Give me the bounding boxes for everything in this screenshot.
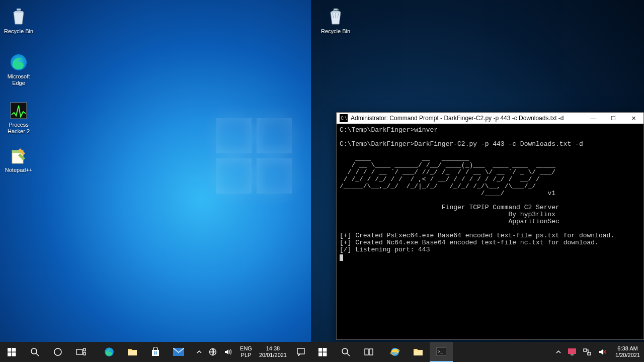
svg-rect-26 xyxy=(323,348,327,352)
cmd-body[interactable]: C:\Temp\DarkFinger>winver C:\Temp\DarkFi… xyxy=(337,124,643,339)
tray-language[interactable]: ENG PLP xyxy=(237,345,255,358)
svg-point-29 xyxy=(342,348,348,354)
recycle-bin-icon[interactable]: Recycle Bin xyxy=(0,7,37,35)
cmd-log: [/] Listening port: 443 xyxy=(340,246,640,253)
tray-network-icon[interactable] xyxy=(207,342,219,362)
notepadpp-icon[interactable]: Notepad++ xyxy=(0,146,37,173)
system-tray xyxy=(192,342,237,362)
icon-label-line1: Microsoft xyxy=(0,73,37,80)
taskbar-edge-button[interactable] xyxy=(98,342,121,362)
svg-rect-17 xyxy=(154,351,155,353)
tray-chevron-up-icon[interactable] xyxy=(195,342,204,362)
cmd-ascii-art: ____ __ _______ / __ \____ ______/ /__/ … xyxy=(340,155,640,197)
edge-logo-icon xyxy=(9,52,29,72)
right-taskbar: >_ 6:38 AM 1/20/2021 xyxy=(311,342,644,362)
svg-rect-31 xyxy=(365,349,368,355)
taskbar-mail-button[interactable] xyxy=(167,342,190,362)
cmd-subtitle: ApparitionSec xyxy=(340,218,640,225)
cortana-button[interactable] xyxy=(46,342,69,362)
taskbar-store-button[interactable] xyxy=(144,342,167,362)
svg-point-9 xyxy=(31,348,37,354)
svg-rect-7 xyxy=(8,352,12,356)
svg-rect-14 xyxy=(84,352,86,355)
svg-text:>_: >_ xyxy=(438,349,443,354)
svg-point-11 xyxy=(54,348,61,355)
cmd-cursor xyxy=(340,254,343,261)
cmd-titlebar[interactable]: Administrator: Command Prompt - DarkFing… xyxy=(337,113,643,124)
search-button[interactable] xyxy=(334,342,357,362)
search-button[interactable] xyxy=(23,342,46,362)
close-button[interactable]: ✕ xyxy=(623,113,643,124)
svg-rect-27 xyxy=(318,352,323,356)
start-button[interactable] xyxy=(311,342,334,362)
svg-rect-2 xyxy=(11,103,27,119)
left-desktop: Recycle Bin Microsoft Edge Process Hacke… xyxy=(0,0,311,362)
system-tray xyxy=(551,342,611,362)
trash-icon xyxy=(326,7,346,27)
process-hacker-icon[interactable]: Process Hacker 2 xyxy=(0,101,37,135)
recycle-bin-icon-right[interactable]: Recycle Bin xyxy=(317,7,354,35)
edge-icon[interactable]: Microsoft Edge xyxy=(0,52,37,86)
cmd-subtitle: By hyp3rlinx xyxy=(340,211,640,218)
icon-label-line2: Edge xyxy=(0,80,37,86)
cmd-line: C:\Temp\DarkFinger>DarkFinger-C2.py -p 4… xyxy=(340,141,640,148)
svg-rect-6 xyxy=(12,348,16,352)
cmd-app-icon xyxy=(340,114,348,122)
tray-volume-icon[interactable] xyxy=(222,342,234,362)
icon-label-line2: Hacker 2 xyxy=(0,128,37,135)
process-hacker-logo-icon xyxy=(9,101,29,121)
svg-rect-5 xyxy=(8,348,12,352)
svg-rect-32 xyxy=(369,349,373,355)
svg-rect-18 xyxy=(156,351,157,353)
minimize-button[interactable]: — xyxy=(583,113,603,124)
svg-rect-13 xyxy=(84,348,86,351)
icon-label: Notepad++ xyxy=(0,167,37,173)
start-button[interactable] xyxy=(0,342,23,362)
clock-time: 6:38 AM xyxy=(615,345,640,352)
left-taskbar: ENG PLP 14:38 20/01/2021 xyxy=(0,342,311,362)
cmd-blank xyxy=(340,197,640,204)
cmd-blank xyxy=(340,148,640,155)
command-prompt-window: Administrator: Command Prompt - DarkFing… xyxy=(336,112,644,340)
svg-rect-35 xyxy=(414,350,423,355)
svg-rect-39 xyxy=(571,354,574,355)
svg-rect-16 xyxy=(128,350,137,355)
icon-label-line1: Process xyxy=(0,122,37,128)
svg-rect-0 xyxy=(17,9,21,11)
icon-label: Recycle Bin xyxy=(317,28,354,35)
svg-rect-8 xyxy=(12,352,16,356)
tray-clock[interactable]: 14:38 20/01/2021 xyxy=(255,345,291,358)
taskbar-explorer-button[interactable] xyxy=(121,342,144,362)
svg-rect-19 xyxy=(154,353,155,355)
svg-rect-12 xyxy=(76,349,83,354)
clock-date: 1/20/2021 xyxy=(615,352,640,358)
taskbar-ie-button[interactable] xyxy=(383,342,407,362)
svg-rect-25 xyxy=(318,348,323,352)
tray-chevron-up-icon[interactable] xyxy=(554,342,563,362)
maximize-button[interactable]: ☐ xyxy=(603,113,623,124)
tray-clock[interactable]: 6:38 AM 1/20/2021 xyxy=(611,345,644,358)
right-desktop: Recycle Bin Administrator: Command Promp… xyxy=(311,0,644,362)
taskbar-explorer-button[interactable] xyxy=(407,342,430,362)
svg-rect-38 xyxy=(568,348,576,354)
tray-volume-muted-icon[interactable] xyxy=(596,342,608,362)
cmd-title: Administrator: Command Prompt - DarkFing… xyxy=(351,115,583,122)
tray-vm-icon[interactable] xyxy=(566,342,578,362)
task-view-button[interactable] xyxy=(69,342,93,362)
notepadpp-logo-icon xyxy=(9,146,29,166)
cmd-blank xyxy=(340,225,640,232)
tray-network-icon[interactable] xyxy=(581,342,593,362)
task-view-button[interactable] xyxy=(357,342,380,362)
wallpaper-windows-logo xyxy=(216,118,297,199)
cmd-blank xyxy=(340,134,640,141)
cmd-log: [+] Created PsExec64.exe Base64 encoded … xyxy=(340,232,640,239)
trash-icon xyxy=(9,7,29,27)
lang-secondary: PLP xyxy=(240,352,252,358)
svg-rect-23 xyxy=(297,348,304,354)
action-center-button[interactable] xyxy=(291,342,311,362)
clock-date: 20/01/2021 xyxy=(259,352,287,358)
svg-rect-40 xyxy=(584,349,587,351)
clock-time: 14:38 xyxy=(259,345,287,352)
cmd-log: [+] Created Nc64.exe Base64 encoded text… xyxy=(340,239,640,246)
taskbar-cmd-button[interactable]: >_ xyxy=(430,342,453,362)
